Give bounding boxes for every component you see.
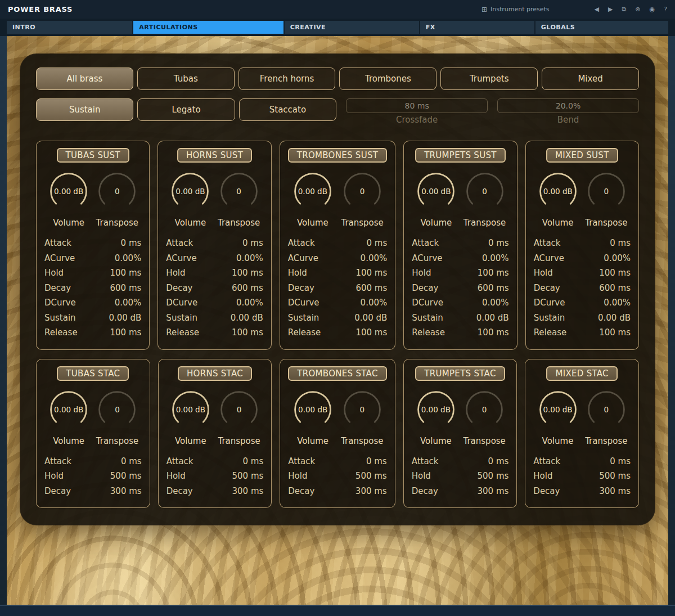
param-value[interactable]: 600 ms	[232, 283, 263, 293]
param-value[interactable]: 600 ms	[356, 283, 387, 293]
param-value[interactable]: 0.00 dB	[109, 313, 141, 323]
transpose-knob[interactable]: 0	[464, 170, 506, 212]
param-value[interactable]: 0.00 dB	[354, 313, 387, 323]
instrument-button-tubas[interactable]: Tubas	[137, 68, 235, 90]
param-value[interactable]: 100 ms	[232, 327, 263, 338]
param-value[interactable]: 0 ms	[121, 238, 142, 248]
param-value[interactable]: 0.00%	[236, 298, 263, 308]
volume-knob[interactable]: 0.00 dB	[415, 389, 457, 430]
instrument-presets-button[interactable]: ⊞ Instrument presets	[482, 6, 550, 14]
help-icon[interactable]: ?	[664, 6, 667, 12]
param-value[interactable]: 100 ms	[232, 268, 263, 278]
param-value[interactable]: 0.00%	[361, 253, 388, 263]
tab-intro[interactable]: INTRO	[7, 21, 132, 34]
tab-creative[interactable]: CREATIVE	[285, 21, 419, 34]
param-value[interactable]: 0.00%	[604, 298, 631, 308]
param-value[interactable]: 600 ms	[478, 283, 509, 293]
param-value[interactable]: 100 ms	[356, 327, 387, 338]
instrument-button-french-horns[interactable]: French horns	[238, 68, 336, 90]
articulation-row: Sustain Legato Staccato 80 ms Crossfade …	[36, 98, 639, 125]
bend-value[interactable]: 20.0%	[497, 98, 639, 113]
param-value[interactable]: 0 ms	[121, 456, 142, 466]
instrument-button-mixed[interactable]: Mixed	[542, 68, 639, 90]
tab-globals[interactable]: GLOBALS	[536, 21, 668, 34]
param-value[interactable]: 100 ms	[599, 327, 631, 338]
transpose-knob[interactable]: 0	[464, 389, 505, 430]
param-value[interactable]: 0.00 dB	[476, 313, 509, 323]
eye-icon[interactable]: ◉	[650, 6, 655, 12]
transpose-knob[interactable]: 0	[586, 170, 627, 212]
param-value[interactable]: 100 ms	[478, 268, 509, 278]
param-value[interactable]: 500 ms	[110, 471, 142, 481]
transpose-knob[interactable]: 0	[96, 170, 138, 212]
param-value[interactable]: 0 ms	[610, 238, 631, 248]
crossfade-value[interactable]: 80 ms	[346, 98, 488, 113]
param-value[interactable]: 300 ms	[232, 486, 263, 496]
instrument-button-all-brass[interactable]: All brass	[36, 68, 133, 90]
param-value[interactable]: 500 ms	[478, 471, 509, 481]
param-value[interactable]: 100 ms	[478, 327, 509, 338]
param-value[interactable]: 600 ms	[110, 283, 142, 293]
articulation-button-staccato[interactable]: Staccato	[239, 98, 336, 121]
volume-knob[interactable]: 0.00 dB	[48, 389, 89, 430]
param-value[interactable]: 100 ms	[599, 268, 631, 278]
instrument-button-trumpets[interactable]: Trumpets	[440, 68, 538, 90]
param-value[interactable]: 300 ms	[599, 486, 631, 496]
param-value[interactable]: 0.00%	[482, 298, 509, 308]
transpose-knob[interactable]: 0	[586, 389, 627, 430]
param-value[interactable]: 600 ms	[599, 283, 631, 293]
param-value[interactable]: 100 ms	[356, 268, 387, 278]
param-value[interactable]: 500 ms	[356, 471, 387, 481]
volume-knob[interactable]: 0.00 dB	[415, 170, 457, 212]
param-value[interactable]: 0 ms	[242, 238, 263, 248]
param-value[interactable]: 100 ms	[110, 268, 142, 278]
param-value[interactable]: 0 ms	[367, 238, 388, 248]
param-value[interactable]: 100 ms	[110, 327, 142, 338]
tab-fx[interactable]: FX	[420, 21, 534, 34]
volume-knob[interactable]: 0.00 dB	[537, 389, 579, 430]
param-value[interactable]: 0.00%	[115, 298, 142, 308]
param-value[interactable]: 0.00%	[482, 253, 509, 263]
volume-knob-unit: 0.00 dB Volume	[44, 170, 93, 228]
volume-knob[interactable]: 0.00 dB	[537, 170, 579, 212]
next-preset-icon[interactable]: ▶	[608, 6, 613, 12]
param-value[interactable]: 500 ms	[232, 471, 263, 481]
volume-knob[interactable]: 0.00 dB	[170, 389, 212, 430]
bend-control: 20.0% Bend	[497, 98, 639, 125]
param-value[interactable]: 500 ms	[599, 471, 631, 481]
param-value[interactable]: 0.00 dB	[231, 313, 263, 323]
param-value[interactable]: 0.00%	[236, 253, 263, 263]
articulation-button-legato[interactable]: Legato	[137, 98, 235, 121]
transpose-value: 0	[586, 389, 627, 430]
param-value[interactable]: 0 ms	[366, 456, 387, 466]
transpose-knob[interactable]: 0	[96, 389, 138, 430]
transpose-knob[interactable]: 0	[341, 389, 383, 430]
volume-knob[interactable]: 0.00 dB	[292, 170, 334, 212]
prev-preset-icon[interactable]: ◀	[595, 6, 599, 12]
volume-knob[interactable]: 0.00 dB	[48, 170, 89, 212]
external-link-icon[interactable]: ⧉	[622, 6, 626, 12]
param-value[interactable]: 0 ms	[610, 456, 631, 466]
param-value[interactable]: 0.00%	[361, 298, 388, 308]
transpose-knob[interactable]: 0	[218, 170, 260, 212]
volume-knob[interactable]: 0.00 dB	[169, 170, 211, 212]
param-row: Attack 0 ms	[412, 454, 509, 469]
card-header: TRUMPETS SUST	[412, 148, 508, 163]
tab-articulations[interactable]: ARTICULATIONS	[133, 21, 283, 34]
bottom-bar	[0, 605, 675, 616]
param-value[interactable]: 0.00%	[604, 253, 631, 263]
param-value[interactable]: 300 ms	[110, 486, 142, 496]
param-value[interactable]: 0 ms	[488, 238, 509, 248]
param-value[interactable]: 0.00 dB	[598, 313, 631, 323]
instrument-button-trombones[interactable]: Trombones	[339, 68, 436, 90]
param-value[interactable]: 0 ms	[243, 456, 264, 466]
power-icon[interactable]: ⊗	[635, 6, 640, 12]
param-value[interactable]: 0.00%	[115, 253, 142, 263]
param-value[interactable]: 300 ms	[356, 486, 387, 496]
articulation-button-sustain[interactable]: Sustain	[36, 98, 133, 121]
transpose-knob[interactable]: 0	[341, 170, 383, 212]
param-value[interactable]: 300 ms	[478, 486, 509, 496]
param-value[interactable]: 0 ms	[488, 456, 509, 466]
transpose-knob[interactable]: 0	[218, 389, 260, 430]
volume-knob[interactable]: 0.00 dB	[292, 389, 334, 430]
